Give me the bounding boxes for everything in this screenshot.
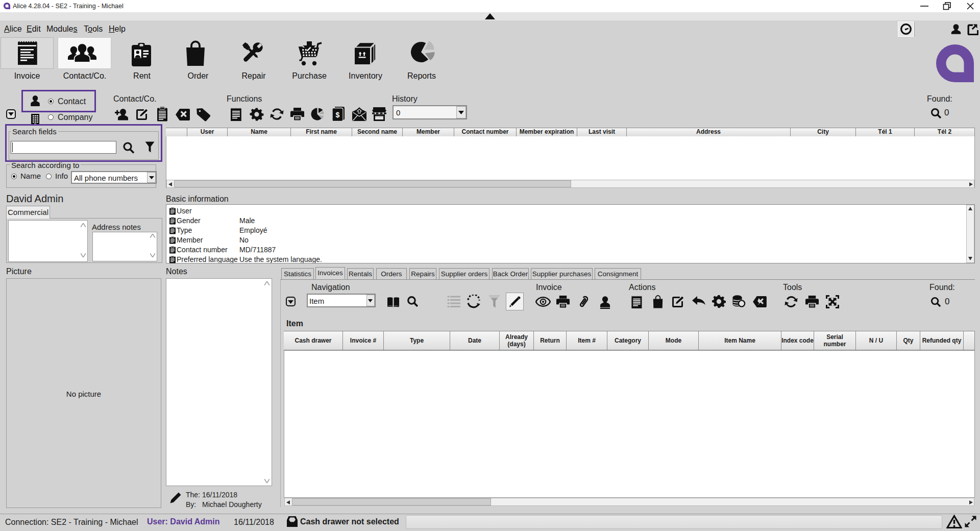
svg-text:$: $ [336, 111, 340, 119]
